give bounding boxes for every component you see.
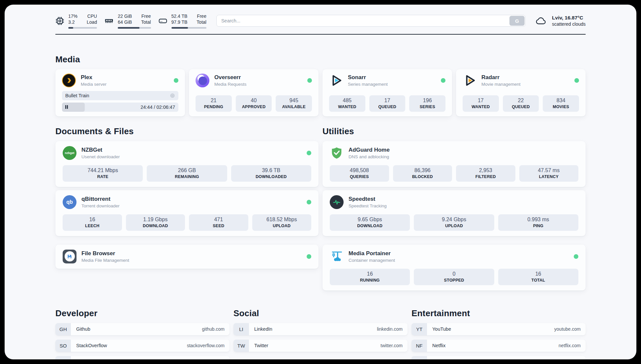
- stat-tile: 834 MOVIES: [543, 95, 579, 112]
- stat-label: QUEUED: [504, 105, 538, 109]
- stat-label: REMAINING: [148, 174, 226, 179]
- bookmark-netflix[interactable]: NF Netflix netflix.com: [412, 340, 586, 352]
- app-name: qBittorrent: [81, 196, 120, 202]
- app-subtitle: Usenet downloader: [81, 154, 120, 159]
- bookmark-twitter[interactable]: TW Twitter twitter.com: [233, 340, 408, 352]
- stat-tile: 17 QUEUED: [369, 95, 406, 112]
- app-card-radarr[interactable]: Radarr Movie management 17 WANTED 22 QUE…: [456, 69, 586, 116]
- app-card-adguard[interactable]: AdGuard Home DNS and adblocking 498,508 …: [322, 141, 586, 187]
- bookmark-badge: NF: [412, 340, 427, 352]
- app-name: AdGuard Home: [349, 147, 390, 153]
- stat-label: SEED: [190, 224, 247, 228]
- stat-label: MOVIES: [544, 105, 578, 109]
- status-dot: [307, 78, 312, 83]
- app-card-nzbget[interactable]: nzbget NZBGet Usenet downloader 744.21 M…: [55, 141, 319, 187]
- bookmark-name: StackOverflow: [76, 343, 107, 348]
- stat-tile: 86,396 BLOCKED: [393, 165, 452, 182]
- stat-value: 16: [331, 271, 409, 277]
- disk-total: 97.9 TB: [171, 19, 188, 25]
- media-section: Media Plex Media server Bullet Train: [55, 54, 586, 116]
- stat-value: 1.19 Gbps: [127, 217, 184, 223]
- bookmark-youtube[interactable]: YT YouTube youtube.com: [412, 323, 586, 335]
- bookmark-name: Github: [76, 326, 90, 332]
- stat-label: LEECH: [64, 224, 121, 228]
- stat-tile: 40 APPROVED: [236, 95, 272, 112]
- ram-free: 22 GiB: [118, 13, 132, 19]
- app-name: Radarr: [481, 74, 521, 81]
- stat-tile: 0 STOPPED: [414, 269, 494, 285]
- search-engine-button[interactable]: G: [509, 16, 525, 26]
- app-card-filebrowser[interactable]: File Browser Media File Management: [55, 245, 319, 269]
- stat-label: WANTED: [464, 105, 498, 109]
- stat-tile: 9.24 Gbps UPLOAD: [414, 214, 494, 231]
- app-card-portainer[interactable]: Media Portainer Container management 16 …: [322, 245, 586, 290]
- stat-value: 485: [330, 98, 364, 104]
- stat-value: 498,508: [331, 167, 388, 173]
- cpu-load-value: 3.2: [68, 19, 77, 25]
- app-name: Overseerr: [214, 74, 247, 81]
- social-links-column: Social LI LinkedIn linkedin.com TW Twitt…: [233, 308, 408, 352]
- pause-icon[interactable]: [65, 105, 68, 109]
- stat-value: 86,396: [394, 167, 451, 173]
- stat-tile: 39.6 TB DOWNLOADED: [231, 165, 311, 182]
- stat-value: 22: [504, 98, 538, 104]
- bookmark-reddit[interactable]: RE Reddit reddit.com: [412, 356, 586, 359]
- app-subtitle: Torrent downloader: [81, 203, 120, 208]
- dashboard-page: 17% CPU 3.2 Load 22 GiB: [5, 5, 636, 359]
- stat-label: DOWNLOAD: [127, 224, 184, 228]
- disk-metric: 52.4 TB Free 97.9 TB Total: [158, 13, 206, 29]
- app-name: Media Portainer: [349, 250, 395, 257]
- bookmark-badge: SO: [55, 340, 71, 352]
- stat-label: APPROVED: [237, 105, 271, 109]
- stat-tile: 22 QUEUED: [503, 95, 539, 112]
- cpu-label-bottom: Load: [87, 19, 97, 25]
- app-card-qbittorrent[interactable]: qb qBittorrent Torrent downloader 16 LEE…: [55, 190, 319, 236]
- bookmark-url: github.com: [202, 326, 225, 332]
- app-card-plex[interactable]: Plex Media server Bullet Train 24:44 / 0…: [55, 69, 185, 116]
- bookmark-name: LinkedIn: [254, 326, 272, 332]
- stat-label: AVAILABLE: [277, 105, 311, 109]
- bookmark-url: stackoverflow.com: [187, 343, 225, 348]
- stat-label: SERIES: [411, 105, 444, 109]
- weather-condition: scattered clouds: [552, 21, 586, 27]
- app-card-overseerr[interactable]: Overseerr Media Requests 21 PENDING 40 A…: [189, 69, 319, 116]
- cloud-icon: [534, 15, 548, 26]
- weather-widget[interactable]: Lviv, 16.87°C scattered clouds: [534, 15, 586, 27]
- app-subtitle: Movie management: [481, 82, 521, 87]
- bookmark-github[interactable]: GH Github github.com: [55, 323, 229, 335]
- bookmark-linkedin[interactable]: LI LinkedIn linkedin.com: [233, 323, 408, 335]
- stat-tile: 47.57 ms LATENCY: [519, 165, 579, 182]
- stat-tile: 618.52 Mbps UPLOAD: [252, 214, 312, 231]
- search-input[interactable]: [216, 15, 526, 27]
- stat-tile: 1.19 Gbps DOWNLOAD: [126, 214, 185, 231]
- section-title-developer: Developer: [55, 308, 229, 318]
- overseerr-icon: [196, 74, 209, 87]
- bookmark-stackoverflow[interactable]: SO StackOverflow stackoverflow.com: [55, 340, 229, 352]
- ram-label-top: Free: [141, 13, 151, 19]
- now-playing-title: Bullet Train: [65, 93, 89, 98]
- session-target-icon[interactable]: [170, 93, 175, 98]
- stat-label: UPLOAD: [415, 224, 493, 228]
- stat-value: 9.24 Gbps: [415, 217, 493, 223]
- bookmark-badge: LI: [233, 323, 249, 335]
- ram-metric: 22 GiB Free 64 GiB Total: [104, 13, 151, 29]
- section-title-social: Social: [233, 308, 408, 318]
- stat-tile: 9.65 Gbps DOWNLOAD: [330, 214, 410, 231]
- stat-value: 17: [464, 98, 498, 104]
- bookmark-name: Twitter: [254, 343, 268, 348]
- app-card-sonarr[interactable]: Sonarr Series management 485 WANTED 17 Q…: [322, 69, 452, 116]
- app-subtitle: Container management: [349, 258, 395, 263]
- section-title-entertainment: Entertainment: [412, 308, 586, 318]
- radarr-icon: [463, 74, 476, 87]
- ram-total: 64 GiB: [118, 19, 132, 25]
- cpu-usage: 17%: [68, 13, 77, 19]
- stat-value: 9.65 Gbps: [331, 217, 409, 223]
- app-card-speedtest[interactable]: Speedtest Speedtest Tracking 9.65 Gbps D…: [322, 190, 586, 236]
- stat-value: 40: [237, 98, 271, 104]
- cpu-progress-bar: [68, 27, 97, 29]
- stat-value: 471: [190, 217, 247, 223]
- stat-value: 744.21 Mbps: [64, 167, 141, 173]
- app-subtitle: DNS and adblocking: [349, 154, 390, 159]
- bookmark-dev[interactable]: DT DEV dev.to: [55, 356, 229, 359]
- ram-label-bottom: Total: [141, 19, 151, 25]
